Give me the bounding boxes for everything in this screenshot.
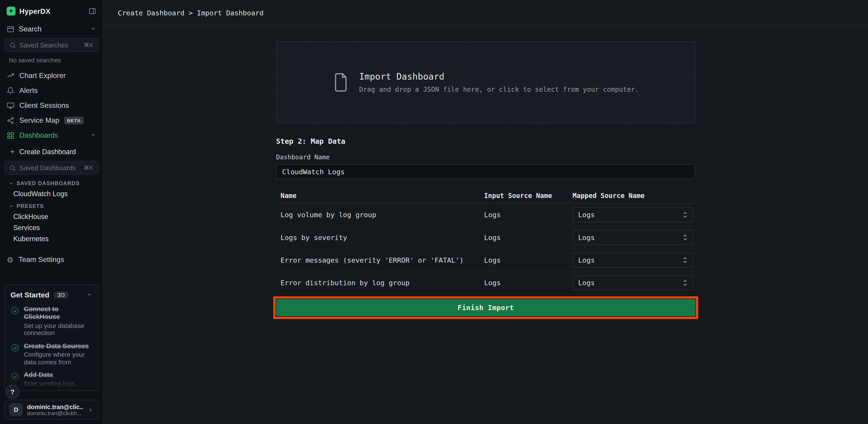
mapped-source-select[interactable]: Logs bbox=[572, 230, 693, 244]
grid-icon bbox=[6, 131, 14, 139]
nav-label: Client Sessions bbox=[20, 101, 69, 109]
check-circle-icon bbox=[10, 343, 19, 366]
get-started-item-desc: Configure where your data comes from bbox=[24, 351, 92, 366]
preset-label: ClickHouse bbox=[13, 213, 49, 221]
input-source-cell: Logs bbox=[484, 233, 572, 241]
topbar: Create Dashboard > Import Dashboard bbox=[103, 0, 868, 26]
input-source-cell: Logs bbox=[484, 210, 572, 219]
get-started-item[interactable]: Add Data Start sending logs, metrics, or… bbox=[10, 371, 92, 391]
user-email: dominic.tran@clickh... bbox=[27, 410, 83, 416]
mapping-table: Name Input Source Name Mapped Source Nam… bbox=[276, 189, 695, 294]
get-started-item[interactable]: Create Data Sources Configure where your… bbox=[10, 342, 92, 366]
sidebar-item-alerts[interactable]: Alerts bbox=[0, 83, 103, 98]
search-section-label: Search bbox=[19, 25, 41, 33]
get-started-header[interactable]: Get Started 3/3 bbox=[10, 291, 92, 299]
team-settings-label: Team Settings bbox=[19, 255, 64, 264]
sidebar-item-service-map[interactable]: Service Map BETA bbox=[0, 113, 103, 128]
dashboard-name-input[interactable]: CloudWatch Logs bbox=[276, 164, 695, 179]
chevron-up-icon[interactable] bbox=[90, 26, 96, 32]
saved-dashboards-input[interactable]: Saved Dashboards ⌘K bbox=[4, 161, 99, 175]
col-header-mapped-source: Mapped Source Name bbox=[572, 192, 691, 200]
search-icon bbox=[9, 165, 16, 171]
select-chevrons-icon bbox=[683, 211, 688, 218]
sidebar-item-client-sessions[interactable]: Client Sessions bbox=[0, 98, 103, 113]
chevron-right-icon bbox=[87, 406, 93, 413]
nav-label: Dashboards bbox=[20, 131, 58, 139]
mapped-source-select[interactable]: Logs bbox=[572, 275, 693, 290]
app-root: HyperDX Search Saved Searches ⌘K No save… bbox=[0, 0, 868, 424]
window-icon bbox=[6, 25, 14, 33]
saved-searches-input[interactable]: Saved Searches ⌘K bbox=[4, 38, 99, 52]
gear-icon: ⚙ bbox=[6, 256, 13, 263]
mapped-source-select[interactable]: Logs bbox=[572, 207, 693, 222]
shortcut-hint: ⌘K bbox=[84, 165, 93, 171]
mapped-source-value: Logs bbox=[578, 233, 683, 241]
step-title: Step 2: Map Data bbox=[276, 137, 695, 145]
get-started-title: Get Started bbox=[10, 291, 49, 299]
create-dashboard-button[interactable]: Create Dashboard bbox=[0, 144, 103, 159]
dashboard-name-label: Dashboard Name bbox=[276, 153, 695, 161]
col-header-name: Name bbox=[280, 192, 484, 200]
user-menu[interactable]: D dominic.tran@clic... dominic.tran@clic… bbox=[4, 400, 99, 420]
mapped-source-select[interactable]: Logs bbox=[572, 253, 693, 267]
sidebar-item-dashboards[interactable]: Dashboards bbox=[0, 128, 103, 142]
table-row: Logs by severity Logs Logs bbox=[276, 226, 695, 249]
main-area: Create Dashboard > Import Dashboard Impo… bbox=[103, 0, 868, 424]
chart-name-cell: Logs by severity bbox=[280, 233, 484, 241]
dropzone-subtitle: Drag and drop a JSON file here, or click… bbox=[359, 86, 639, 93]
table-row: Error messages (severity 'ERROR' or 'FAT… bbox=[276, 249, 695, 271]
table-header-row: Name Input Source Name Mapped Source Nam… bbox=[276, 189, 695, 203]
input-source-cell: Logs bbox=[484, 279, 572, 287]
bell-icon bbox=[6, 87, 14, 94]
saved-dashboards-placeholder: Saved Dashboards bbox=[20, 164, 81, 171]
dropzone-title: Import Dashboard bbox=[359, 71, 639, 82]
preset-item[interactable]: Kubernetes bbox=[0, 233, 103, 244]
chevron-up-icon[interactable] bbox=[86, 292, 93, 298]
help-button[interactable]: ? bbox=[5, 385, 19, 399]
check-circle-icon bbox=[10, 306, 19, 337]
select-chevrons-icon bbox=[683, 256, 688, 264]
presets-section-toggle[interactable]: PRESETS bbox=[0, 200, 103, 211]
avatar: D bbox=[9, 403, 23, 416]
beta-badge: BETA bbox=[64, 117, 84, 124]
mapped-source-value: Logs bbox=[578, 279, 683, 287]
chevron-down-icon bbox=[9, 203, 14, 208]
sidebar-item-team-settings[interactable]: ⚙ Team Settings bbox=[0, 252, 103, 267]
nav-label: Service Map bbox=[20, 116, 60, 125]
sidebar-section-search[interactable]: Search bbox=[0, 21, 103, 36]
collapse-sidebar-icon[interactable] bbox=[88, 7, 96, 15]
sidebar-item-chart-explorer[interactable]: Chart Explorer bbox=[0, 68, 103, 83]
saved-dashboard-item[interactable]: CloudWatch Logs bbox=[0, 189, 103, 200]
preset-label: Services bbox=[13, 224, 40, 232]
chart-icon bbox=[6, 72, 14, 79]
hyperdx-logo-icon bbox=[6, 6, 16, 15]
get-started-item-desc: Start sending logs, metrics, or traces bbox=[24, 380, 92, 391]
mapped-source-value: Logs bbox=[578, 210, 683, 219]
saved-dashboards-section-toggle[interactable]: SAVED DASHBOARDS bbox=[0, 177, 103, 189]
get-started-card: Get Started 3/3 Connect to ClickHouse Se… bbox=[4, 285, 99, 391]
col-header-input-source: Input Source Name bbox=[484, 192, 572, 200]
finish-import-button[interactable]: Finish Import bbox=[276, 299, 695, 316]
table-row: Log volume by log group Logs Logs bbox=[276, 203, 695, 226]
import-content: Import Dashboard Drag and drop a JSON fi… bbox=[276, 41, 695, 316]
mapped-source-value: Logs bbox=[578, 256, 683, 264]
graph-icon bbox=[6, 117, 14, 124]
chart-name-cell: Log volume by log group bbox=[280, 210, 484, 219]
preset-item[interactable]: ClickHouse bbox=[0, 211, 103, 222]
section-label-text: SAVED DASHBOARDS bbox=[17, 180, 80, 186]
sidebar-header: HyperDX bbox=[0, 0, 103, 21]
create-dashboard-label: Create Dashboard bbox=[20, 148, 76, 156]
search-icon bbox=[9, 42, 16, 48]
chart-name-cell: Error distribution by log group bbox=[280, 279, 484, 287]
chevron-up-icon[interactable] bbox=[90, 132, 96, 138]
get-started-item[interactable]: Connect to ClickHouse Set up your databa… bbox=[10, 305, 92, 337]
preset-item[interactable]: Services bbox=[0, 222, 103, 233]
brand-title: HyperDX bbox=[20, 7, 51, 15]
user-name: dominic.tran@clic... bbox=[27, 403, 83, 410]
input-source-cell: Logs bbox=[484, 256, 572, 264]
preset-label: Kubernetes bbox=[13, 235, 49, 243]
saved-searches-placeholder: Saved Searches bbox=[20, 41, 81, 49]
get-started-item-desc: Set up your database connection bbox=[24, 322, 92, 337]
json-dropzone[interactable]: Import Dashboard Drag and drop a JSON fi… bbox=[276, 41, 695, 123]
monitor-icon bbox=[6, 101, 14, 109]
